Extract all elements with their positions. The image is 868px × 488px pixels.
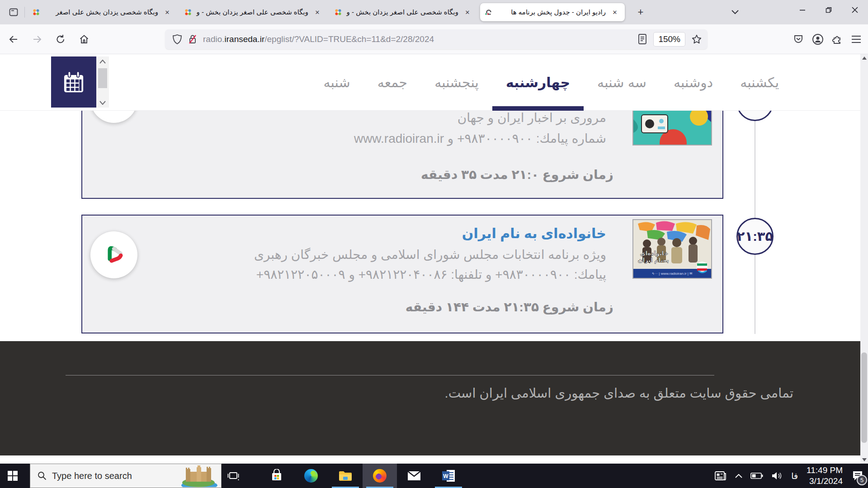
joomla-favicon [33, 9, 40, 16]
scroll-up-icon[interactable] [96, 56, 109, 66]
close-tab-icon[interactable]: ✕ [162, 7, 173, 18]
windows-logo-icon [8, 471, 18, 481]
day-tab-thursday[interactable]: پنجشنبه [421, 54, 492, 111]
close-tab-icon[interactable]: ✕ [312, 7, 323, 18]
day-tab-friday[interactable]: جمعه [364, 54, 421, 111]
search-input[interactable] [52, 471, 170, 481]
news-widget-icon[interactable] [710, 464, 731, 488]
action-center-button[interactable]: 5 [847, 464, 868, 488]
calendar-scrollbar[interactable] [96, 56, 109, 108]
scrollbar-thumb[interactable] [861, 352, 867, 443]
close-tab-icon[interactable]: ✕ [462, 7, 473, 18]
tab-separator [24, 7, 25, 18]
forward-icon[interactable] [27, 29, 47, 49]
task-view-button[interactable] [222, 464, 245, 488]
edge-icon [304, 469, 318, 483]
taskbar-search[interactable] [30, 464, 222, 488]
window-close-button[interactable] [842, 0, 868, 20]
day-tab-monday[interactable]: دوشنبه [660, 54, 726, 111]
day-tab-wednesday-active[interactable]: چهارشنبه [492, 54, 584, 111]
scroll-down-icon[interactable] [860, 456, 868, 464]
close-tab-icon[interactable]: ✕ [609, 7, 620, 18]
calendar-icon [60, 68, 88, 96]
volume-icon[interactable] [767, 464, 787, 488]
taskbar-app-edge[interactable] [294, 464, 328, 488]
navigation-toolbar: radio.iranseda.ir/epglist/?VALID=TRUE&ch… [0, 24, 868, 54]
window-restore-button[interactable] [816, 0, 842, 20]
taskbar-clock[interactable]: 11:49 PM 3/1/2024 [802, 465, 847, 487]
day-tab-sunday[interactable]: یکشنبه [726, 54, 793, 111]
weekday-tabs: یکشنبه دوشنبه سه شنبه چهارشنبه پنجشنبه ج… [310, 54, 793, 111]
joomla-favicon [184, 9, 192, 16]
weekday-header: یکشنبه دوشنبه سه شنبه چهارشنبه پنجشنبه ج… [0, 54, 860, 111]
svg-text:خانواده‌ای: خانواده‌ای [640, 250, 668, 257]
copyright-text: تمامی حقوق سایت متعلق به صدای جمهوری اسل… [445, 385, 793, 401]
browser-scrollbar[interactable] [860, 54, 868, 464]
microsoft-store-icon [270, 469, 283, 483]
menu-hamburger-icon[interactable] [851, 35, 862, 44]
start-button[interactable] [0, 464, 25, 488]
tab-title: وبگاه شخصی علی اصغر یزدان بخش - و [345, 8, 458, 16]
taskbar-app-mail[interactable] [397, 464, 431, 488]
program-schedule: زمان شروع ۲۱:۳۵ مدت ۱۴۴ دقیقه [406, 300, 613, 314]
program-thumbnail: خانواده‌ایبه‌نام ایران۹۰۰ | www.radioira… [632, 219, 712, 279]
page-footer: تمامی حقوق سایت متعلق به صدای جمهوری اسل… [0, 341, 860, 455]
program-contact: شماره پیامك: ‪+۹۸۳۰۰۰۰۹۰۰‬ و www.radioir… [354, 131, 606, 146]
radio-iran-favicon [485, 8, 493, 16]
footer-divider [66, 375, 714, 375]
day-tab-tuesday[interactable]: سه شنبه [584, 54, 660, 111]
list-all-tabs-icon[interactable] [5, 4, 23, 21]
tab-title: رادیو ایران - جدول پخش برنامه ها [496, 8, 606, 16]
program-title[interactable]: خانواده‌ای به نام ایران [462, 225, 606, 241]
home-icon[interactable] [74, 29, 94, 49]
tab-overflow-chevron-icon[interactable] [727, 5, 743, 20]
zoom-level-button[interactable]: 150% [654, 33, 685, 46]
battery-icon[interactable] [746, 464, 767, 488]
back-icon[interactable] [4, 29, 24, 49]
program-schedule: زمان شروع ۲۱:۰ مدت ۳۵ دقیقه [421, 167, 613, 182]
clock-time: 11:49 PM [807, 465, 843, 476]
day-tab-saturday[interactable]: شنبه [310, 54, 363, 111]
taskbar-app-word[interactable]: W [431, 464, 466, 488]
scrollbar-thumb[interactable] [98, 68, 107, 88]
scroll-up-icon[interactable] [860, 54, 868, 62]
mail-icon [407, 470, 421, 482]
taskbar-app-file-explorer[interactable] [328, 464, 363, 488]
tab-active[interactable]: رادیو ایران - جدول پخش برنامه ها ✕ [480, 3, 625, 21]
program-contact: پیامك: ‪+۹۸۳۰۰۰۰۹۰۰‬ و تلفنها: ‪+۹۸۲۱۲۲۰… [256, 267, 606, 282]
play-button[interactable] [90, 231, 137, 278]
account-icon[interactable] [812, 33, 824, 45]
taskbar-app-store[interactable] [259, 464, 294, 488]
windows-taskbar: W فا 11:49 PM 3/1/2024 5 [0, 464, 868, 488]
url-bar[interactable]: radio.iranseda.ir/epglist/?VALID=TRUE&ch… [165, 29, 708, 49]
tracking-shield-icon[interactable] [172, 34, 182, 45]
tab-title: وبگاه شخصی یزدان بخش علی اصغر [43, 8, 158, 16]
insecure-lock-icon[interactable] [188, 34, 198, 45]
pocket-icon[interactable] [793, 34, 804, 45]
tab-bar: وبگاه شخصی یزدان بخش علی اصغر ✕ وبگاه شخ… [0, 0, 868, 24]
page-viewport: ۲۱:۰ ۲۱:۳۵ مروری بر اخبار ایران و جهان ش… [0, 54, 868, 464]
clock-date: 3/1/2024 [807, 476, 843, 487]
keyboard-language-indicator[interactable]: فا [787, 464, 802, 488]
program-description: ویژه برنامه انتخابات مجلس شورای اسلامی و… [254, 247, 606, 262]
taskbar-app-firefox[interactable] [363, 464, 397, 488]
reader-mode-icon[interactable] [637, 33, 647, 45]
scroll-down-icon[interactable] [96, 98, 109, 108]
url-text: radio.iranseda.ir/epglist/?VALID=TRUE&ch… [203, 34, 434, 44]
tab-3[interactable]: وبگاه شخصی علی اصغر یزدان بخش - و ✕ [330, 3, 477, 21]
calendar-picker-button[interactable] [51, 56, 96, 108]
tab-1[interactable]: وبگاه شخصی یزدان بخش علی اصغر ✕ [28, 3, 177, 21]
new-tab-button[interactable]: + [632, 4, 649, 20]
tray-expand-chevron-icon[interactable] [731, 464, 746, 488]
search-highlight-castle-image[interactable] [177, 465, 220, 487]
svg-text:۹۰۰ | www.radioiran.ir | ✉: ۹۰۰ | www.radioiran.ir | ✉ [652, 272, 693, 276]
tab-2[interactable]: وبگاه شخصی علی اصغر یزدان بخش - و ✕ [180, 3, 327, 21]
svg-text:W: W [443, 473, 448, 479]
reload-icon[interactable] [51, 29, 71, 49]
firefox-icon [373, 469, 387, 483]
notification-count-badge: 5 [857, 475, 867, 485]
bookmark-star-icon[interactable] [691, 34, 702, 45]
extensions-puzzle-icon[interactable] [832, 34, 843, 45]
window-minimize-button[interactable] [789, 0, 816, 20]
svg-text:به‌نام ایران: به‌نام ایران [638, 257, 669, 264]
